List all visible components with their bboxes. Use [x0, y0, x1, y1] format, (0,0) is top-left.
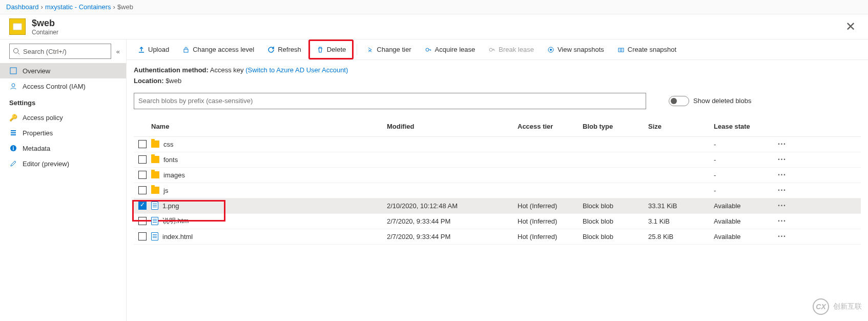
row-more-button[interactable]: ···	[772, 201, 792, 210]
row-name: 1.png	[162, 202, 179, 210]
row-more-button[interactable]: ···	[772, 186, 792, 195]
key-icon: 🔑	[9, 113, 17, 122]
row-lease: -	[714, 141, 772, 148]
table-row[interactable]: css-···	[134, 137, 861, 152]
row-type: Block blob	[583, 217, 648, 225]
col-name[interactable]: Name	[151, 123, 387, 130]
auth-method-value: Access key	[210, 66, 244, 74]
sidebar-item-editor[interactable]: Editor (preview)	[0, 156, 126, 171]
switch-auth-link[interactable]: (Switch to Azure AD User Account)	[245, 66, 348, 74]
svg-point-1	[14, 49, 18, 53]
row-more-button[interactable]: ···	[772, 155, 792, 164]
col-size[interactable]: Size	[648, 123, 714, 130]
sidebar-item-label: Editor (preview)	[23, 160, 69, 168]
file-icon	[151, 217, 158, 225]
file-icon	[151, 232, 158, 240]
sidebar-item-label: Metadata	[23, 145, 50, 152]
close-button[interactable]: ✕	[839, 17, 862, 36]
row-name: index.html	[162, 233, 193, 240]
table-row[interactable]: images-···	[134, 168, 861, 183]
svg-point-11	[426, 48, 429, 51]
sidebar-item-access-policy[interactable]: 🔑 Access policy	[0, 110, 126, 125]
svg-point-4	[12, 84, 15, 87]
sidebar-item-label: Access policy	[23, 114, 63, 122]
collapse-sidebar-button[interactable]: «	[114, 46, 122, 57]
sidebar-item-metadata[interactable]: i Metadata	[0, 141, 126, 156]
chevron-right-icon: ›	[113, 3, 115, 11]
row-name: fonts	[163, 156, 178, 164]
table-row[interactable]: js-···	[134, 183, 861, 198]
sidebar-item-overview[interactable]: Overview	[0, 63, 126, 78]
blob-search-input[interactable]	[134, 93, 646, 109]
info-panel: Authentication method: Access key (Switc…	[127, 60, 868, 90]
folder-icon	[151, 171, 159, 178]
breadcrumb-link-dashboard[interactable]: Dashboard	[6, 3, 39, 11]
breadcrumb-link-containers[interactable]: mxystatic - Containers	[45, 3, 111, 11]
row-checkbox[interactable]	[138, 217, 147, 225]
col-modified[interactable]: Modified	[387, 123, 518, 130]
row-checkbox[interactable]	[138, 171, 147, 179]
location-value: $web	[166, 77, 181, 85]
row-more-button[interactable]: ···	[772, 170, 792, 179]
sidebar-item-properties[interactable]: Properties	[0, 125, 126, 141]
sidebar: Search (Ctrl+/) « Overview Access Contro…	[0, 39, 127, 321]
breadcrumb-current: $web	[117, 3, 133, 11]
sidebar-item-label: Access Control (IAM)	[23, 83, 86, 90]
row-checkbox[interactable]	[138, 186, 147, 194]
sidebar-search-input[interactable]: Search (Ctrl+/)	[9, 44, 111, 59]
create-snapshot-button[interactable]: Create snapshot	[611, 39, 683, 59]
table-row[interactable]: 1.png2/10/2020, 10:12:48 AMHot (Inferred…	[134, 198, 861, 214]
svg-point-15	[550, 49, 552, 51]
row-modified: 2/10/2020, 10:12:48 AM	[387, 202, 518, 210]
row-modified: 2/7/2020, 9:33:44 PM	[387, 217, 518, 225]
table-row[interactable]: 说明.htm2/7/2020, 9:33:44 PMHot (Inferred)…	[134, 214, 861, 229]
row-type: Block blob	[583, 233, 648, 240]
sidebar-item-label: Properties	[23, 129, 53, 137]
break-lease-button: Break lease	[482, 39, 540, 59]
row-name: css	[163, 141, 174, 148]
row-checkbox[interactable]	[138, 232, 147, 240]
change-access-level-button[interactable]: Change access level	[176, 39, 260, 59]
chevron-right-icon: ›	[41, 3, 43, 11]
svg-rect-0	[13, 23, 22, 30]
sidebar-item-iam[interactable]: Access Control (IAM)	[0, 78, 126, 94]
row-checkbox[interactable]	[138, 202, 147, 210]
sidebar-section-settings: Settings	[0, 94, 126, 110]
refresh-button[interactable]: Refresh	[261, 39, 307, 59]
col-lease[interactable]: Lease state	[714, 123, 772, 130]
row-name: 说明.htm	[162, 216, 189, 226]
table-row[interactable]: fonts-···	[134, 152, 861, 168]
row-lease: Available	[714, 233, 772, 240]
row-lease: Available	[714, 202, 772, 210]
row-size: 33.31 KiB	[648, 202, 714, 210]
show-deleted-toggle[interactable]	[669, 96, 689, 106]
col-type[interactable]: Blob type	[583, 123, 648, 130]
breadcrumb: Dashboard › mxystatic - Containers › $we…	[0, 0, 868, 14]
file-icon	[151, 202, 158, 210]
upload-button[interactable]: Upload	[132, 39, 175, 59]
row-checkbox[interactable]	[138, 140, 147, 148]
row-name: js	[163, 187, 168, 194]
row-more-button[interactable]: ···	[772, 216, 792, 226]
row-more-button[interactable]: ···	[772, 139, 792, 149]
acquire-lease-button[interactable]: Acquire lease	[419, 39, 482, 59]
blob-table: Name Modified Access tier Blob type Size…	[127, 116, 868, 321]
row-lease: Available	[714, 217, 772, 225]
row-lease: -	[714, 156, 772, 164]
row-type: Block blob	[583, 202, 648, 210]
row-checkbox[interactable]	[138, 155, 147, 164]
row-modified: 2/7/2020, 9:33:44 PM	[387, 233, 518, 240]
row-more-button[interactable]: ···	[772, 232, 792, 241]
change-tier-button[interactable]: Change tier	[360, 39, 417, 59]
page-subtitle: Container	[32, 29, 58, 36]
table-row[interactable]: index.html2/7/2020, 9:33:44 PMHot (Infer…	[134, 229, 861, 245]
delete-button[interactable]: Delete	[311, 41, 353, 58]
col-tier[interactable]: Access tier	[518, 123, 583, 130]
row-size: 3.1 KiB	[648, 217, 714, 225]
row-tier: Hot (Inferred)	[518, 233, 583, 240]
folder-icon	[151, 156, 159, 163]
view-snapshots-button[interactable]: View snapshots	[541, 39, 610, 59]
folder-icon	[151, 141, 159, 148]
svg-rect-10	[184, 49, 188, 52]
auth-method-label: Authentication method:	[134, 66, 209, 74]
